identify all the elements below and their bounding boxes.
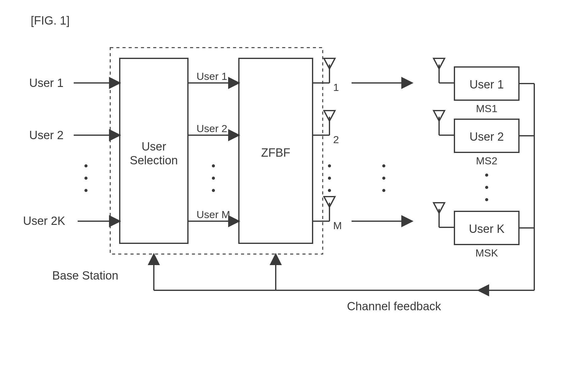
svg-point-2 <box>84 189 88 192</box>
ms1-label: User 1 <box>469 78 504 91</box>
tx-antenna-1-label: 1 <box>333 81 339 93</box>
svg-point-5 <box>212 189 215 192</box>
mid-user-1-label: User 1 <box>197 70 227 82</box>
svg-point-12 <box>328 189 331 192</box>
tx-antenna-m-label: M <box>333 220 342 231</box>
tx-antenna-2-label: 2 <box>333 134 339 145</box>
msk-rx-antenna <box>434 203 454 227</box>
svg-point-1 <box>84 177 88 180</box>
user-selection-label-2: Selection <box>130 154 178 167</box>
input-vdots <box>84 164 88 192</box>
mid-user-2-label: User 2 <box>197 123 227 134</box>
feedback-caption: Channel feedback <box>347 300 441 313</box>
ms2-rx-antenna <box>434 111 454 135</box>
svg-point-16 <box>382 177 385 180</box>
air-vdots <box>382 164 385 192</box>
ms1-rx-antenna <box>434 58 454 83</box>
svg-point-11 <box>328 177 331 180</box>
mid-user-m-label: User M <box>197 209 230 220</box>
svg-point-4 <box>212 177 215 180</box>
tx-antenna-vdots <box>328 164 331 192</box>
zfbf-label: ZFBF <box>261 146 290 159</box>
input-user-2-label: User 2 <box>29 129 64 142</box>
user-selection-label-1: User <box>142 140 166 153</box>
svg-point-24 <box>485 198 488 201</box>
feedback-bus <box>154 84 534 290</box>
svg-point-0 <box>84 164 88 167</box>
svg-point-15 <box>382 164 385 167</box>
svg-point-10 <box>328 164 331 167</box>
svg-point-22 <box>485 174 488 177</box>
ms2-caption: MS2 <box>476 155 497 166</box>
input-user-1-label: User 1 <box>29 76 64 89</box>
svg-point-17 <box>382 189 385 192</box>
msk-caption: MSK <box>475 247 498 259</box>
ms-vdots <box>485 174 488 201</box>
ms1-caption: MS1 <box>476 103 497 114</box>
tx-antenna-m <box>313 197 335 221</box>
figure-label: [FIG. 1] <box>31 14 70 27</box>
base-station-caption: Base Station <box>52 269 118 282</box>
tx-antenna-2 <box>313 111 335 135</box>
input-user-2k-label: User 2K <box>23 214 65 227</box>
tx-antenna-1 <box>313 58 335 83</box>
system-diagram: [FIG. 1] User Selection ZFBF User 1 User… <box>0 0 588 376</box>
svg-point-3 <box>212 164 215 167</box>
mid-vdots <box>212 164 215 192</box>
msk-label: User K <box>469 222 504 235</box>
svg-point-23 <box>485 186 488 189</box>
ms2-label: User 2 <box>469 130 504 143</box>
